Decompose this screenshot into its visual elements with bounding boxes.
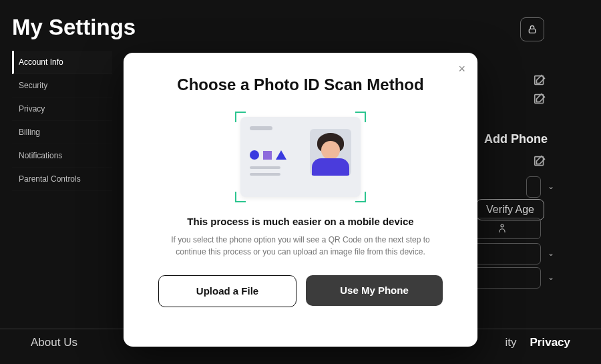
close-icon: ×	[458, 62, 465, 75]
use-my-phone-button[interactable]: Use My Phone	[306, 275, 443, 306]
modal-title: Choose a Photo ID Scan Method	[156, 75, 445, 94]
modal-subheading: This process is much easier on a mobile …	[156, 216, 445, 227]
id-card-illustration	[240, 117, 361, 197]
photo-id-modal: × Choose a Photo ID Scan Method This pro…	[124, 53, 477, 347]
modal-description: If you select the phone option you will …	[156, 234, 445, 258]
modal-actions: Upload a File Use My Phone	[156, 275, 445, 307]
modal-overlay: × Choose a Photo ID Scan Method This pro…	[0, 0, 601, 364]
upload-file-button[interactable]: Upload a File	[158, 275, 296, 307]
id-card	[240, 117, 361, 197]
close-button[interactable]: ×	[458, 62, 465, 76]
id-portrait	[310, 129, 351, 176]
